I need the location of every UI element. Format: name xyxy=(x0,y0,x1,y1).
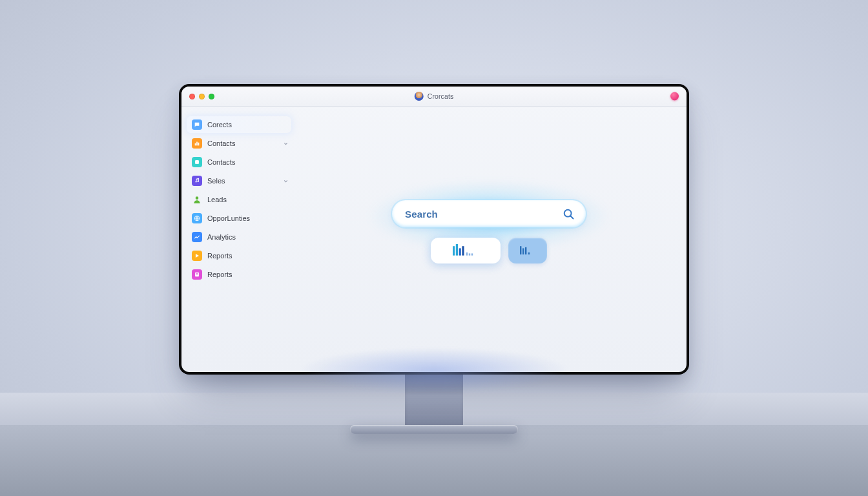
svg-marker-6 xyxy=(196,254,199,258)
svg-rect-15 xyxy=(469,253,470,255)
svg-point-4 xyxy=(196,196,199,200)
svg-rect-14 xyxy=(466,253,468,256)
svg-rect-10 xyxy=(453,246,455,255)
main-area xyxy=(291,107,687,372)
sidebar-item-reports-2[interactable]: Reports xyxy=(187,266,291,283)
bars-icon xyxy=(453,243,479,258)
globe-icon xyxy=(192,213,202,223)
monitor-stand-neck xyxy=(405,375,463,426)
svg-rect-17 xyxy=(520,246,521,254)
close-window-button[interactable] xyxy=(189,94,195,99)
svg-rect-3 xyxy=(195,160,199,164)
svg-rect-16 xyxy=(471,253,473,255)
quick-chips xyxy=(431,238,547,264)
zoom-window-button[interactable] xyxy=(209,94,214,99)
search-input[interactable] xyxy=(404,208,560,220)
person-icon xyxy=(192,194,202,205)
sidebar-item-contacts-1[interactable]: Contacts xyxy=(187,135,291,152)
sidebar-item-label: Seles xyxy=(207,177,225,185)
svg-rect-12 xyxy=(459,248,461,255)
user-avatar-icon xyxy=(415,92,424,101)
sidebar-item-label: Corects xyxy=(207,121,232,129)
titlebar: Crorcats xyxy=(181,87,687,107)
svg-rect-1 xyxy=(196,142,198,146)
sidebar-item-leads[interactable]: Leads xyxy=(187,191,291,208)
chart-chip-a[interactable] xyxy=(431,238,501,264)
svg-rect-2 xyxy=(198,143,200,146)
sidebar-item-label: Contacts xyxy=(207,140,235,147)
svg-rect-13 xyxy=(462,246,464,255)
sidebar-item-label: Reports xyxy=(207,252,232,260)
chart-chip-b[interactable] xyxy=(508,238,547,264)
music-icon xyxy=(192,176,202,186)
svg-rect-19 xyxy=(525,247,526,254)
monitor-frame: Crorcats Corects xyxy=(179,84,689,375)
search-icon[interactable] xyxy=(560,205,577,222)
bars-icon xyxy=(519,244,536,257)
sidebar-item-reports-1[interactable]: Reports xyxy=(187,247,291,264)
window-title: Crorcats xyxy=(428,92,454,100)
desk-surface xyxy=(0,425,868,496)
svg-rect-20 xyxy=(528,253,530,254)
sidebar-item-analytics[interactable]: Analytics xyxy=(187,229,291,245)
chart-icon xyxy=(192,138,202,149)
svg-rect-11 xyxy=(456,244,458,256)
window-title-wrap: Crorcats xyxy=(415,92,454,101)
play-icon xyxy=(192,251,202,261)
app-window: Crorcats Corects xyxy=(181,87,687,372)
svg-rect-0 xyxy=(195,143,196,145)
app-body: Corects Contacts xyxy=(181,107,687,372)
note-icon xyxy=(192,269,202,280)
analytics-icon xyxy=(192,232,202,242)
svg-rect-18 xyxy=(522,248,524,254)
titlebar-actions xyxy=(670,92,679,101)
message-icon xyxy=(192,119,202,130)
notifications-button[interactable] xyxy=(670,92,679,101)
search-bar[interactable] xyxy=(392,200,586,227)
traffic-lights xyxy=(189,94,214,99)
sidebar-item-contacts-2[interactable]: Contacts xyxy=(187,154,291,170)
sidebar-item-label: Reports xyxy=(207,271,232,278)
sidebar-item-label: Analytics xyxy=(207,233,236,241)
app-icon xyxy=(192,157,202,167)
svg-line-9 xyxy=(571,216,574,219)
chevron-down-icon xyxy=(283,140,289,148)
monitor-stand-foot xyxy=(350,425,518,434)
monitor: Crorcats Corects xyxy=(179,84,689,434)
chevron-down-icon xyxy=(283,178,289,185)
sidebar-item-corects[interactable]: Corects xyxy=(187,116,291,133)
sidebar-item-label: OpporLunties xyxy=(207,214,250,222)
sidebar: Corects Contacts xyxy=(181,107,291,372)
sidebar-item-opportunities[interactable]: OpporLunties xyxy=(187,210,291,227)
sidebar-item-label: Contacts xyxy=(207,158,235,166)
sidebar-item-sales[interactable]: Seles xyxy=(187,172,291,189)
sidebar-item-label: Leads xyxy=(207,196,227,203)
minimize-window-button[interactable] xyxy=(199,94,205,99)
